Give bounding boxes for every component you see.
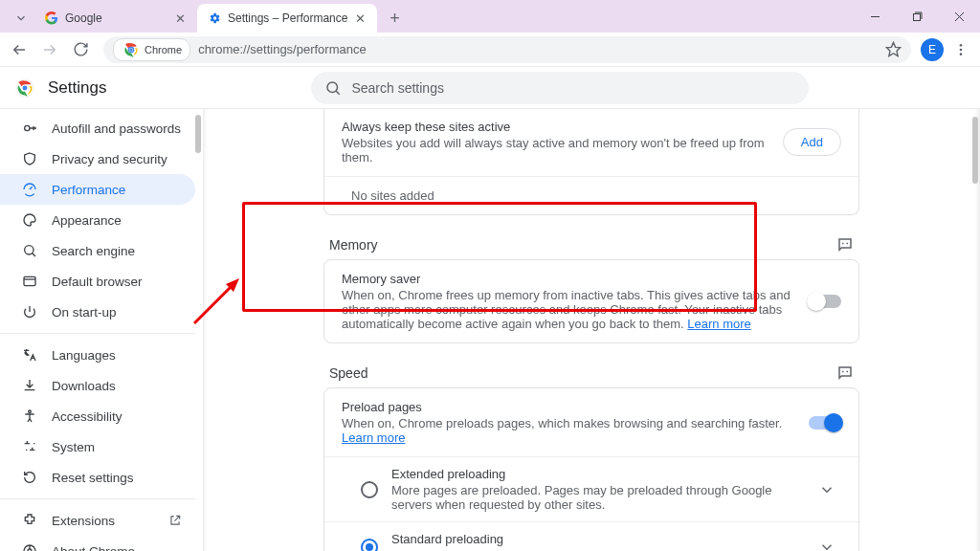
memory-section-head: Memory <box>323 229 859 259</box>
sidebar-item-appearance[interactable]: Appearance <box>0 205 195 235</box>
memory-saver-row: Memory saver When on, Chrome frees up me… <box>324 260 858 342</box>
settings-favicon <box>207 11 222 26</box>
tab-close-icon[interactable]: ✕ <box>353 11 368 26</box>
memory-heading: Memory <box>329 237 378 253</box>
chevron-down-icon[interactable] <box>813 535 841 551</box>
chrome-icon <box>21 543 38 551</box>
sidebar-item-about[interactable]: About Chrome <box>0 536 195 551</box>
extended-preloading-option[interactable]: Extended preloading More pages are prelo… <box>324 456 858 521</box>
extended-title: Extended preloading <box>391 467 799 481</box>
new-tab-button[interactable]: + <box>381 5 408 32</box>
window-close-button[interactable] <box>938 0 980 33</box>
sidebar-item-default-browser[interactable]: Default browser <box>0 266 195 297</box>
browser-tab-google[interactable]: Google ✕ <box>34 4 197 33</box>
memory-saver-desc: When on, Chrome frees up memory from ina… <box>342 288 797 331</box>
sidebar-item-languages[interactable]: Languages <box>0 340 195 370</box>
sidebar-item-search-engine[interactable]: Search engine <box>0 235 195 266</box>
memory-saver-card: Memory saver When on, Chrome frees up me… <box>323 259 859 343</box>
download-icon <box>21 378 38 393</box>
memory-saver-title: Memory saver <box>342 272 797 286</box>
search-icon <box>324 79 342 97</box>
sidebar-item-privacy[interactable]: Privacy and security <box>0 143 195 174</box>
settings-sidebar: Autofill and passwords Privacy and secur… <box>0 109 203 551</box>
settings-search[interactable]: Search settings <box>311 72 809 104</box>
standard-radio[interactable] <box>361 539 378 551</box>
tab-title: Settings – Performance <box>228 11 347 25</box>
settings-content: Always keep these sites active Websites … <box>203 109 980 551</box>
browser-icon <box>21 274 38 289</box>
window-minimize-button[interactable] <box>854 0 896 33</box>
svg-point-21 <box>25 246 33 254</box>
always-active-header: Always keep these sites active Websites … <box>324 109 858 176</box>
preload-title: Preload pages <box>342 400 797 414</box>
kebab-menu-icon[interactable] <box>947 36 974 63</box>
always-active-empty: No sites added <box>324 176 858 214</box>
site-chip-label: Chrome <box>145 44 182 55</box>
sidebar-item-reset[interactable]: Reset settings <box>0 462 195 493</box>
external-link-icon <box>168 514 182 527</box>
preload-card: Preload pages When on, Chrome preloads p… <box>323 387 859 551</box>
browser-toolbar: Chrome chrome://settings/performance E <box>0 33 980 67</box>
sidebar-divider <box>0 498 195 499</box>
autofill-icon <box>21 121 38 136</box>
svg-point-11 <box>960 44 963 47</box>
extended-desc: More pages are preloaded. Pages may be p… <box>391 483 799 512</box>
translate-icon <box>21 347 38 363</box>
always-active-desc: Websites you add will always stay active… <box>342 136 771 165</box>
tab-close-icon[interactable]: ✕ <box>173 11 188 26</box>
feedback-icon[interactable] <box>836 236 854 253</box>
content-shadow-left <box>203 109 210 551</box>
window-controls <box>854 0 980 33</box>
always-active-title: Always keep these sites active <box>342 120 771 134</box>
svg-point-16 <box>23 85 28 90</box>
sidebar-item-extensions[interactable]: Extensions <box>0 505 195 536</box>
svg-point-17 <box>327 82 338 93</box>
tab-title: Google <box>65 11 167 25</box>
url-text: chrome://settings/performance <box>198 42 367 56</box>
browser-tab-settings[interactable]: Settings – Performance ✕ <box>197 4 377 33</box>
profile-avatar[interactable]: E <box>921 38 944 61</box>
svg-point-25 <box>29 410 32 413</box>
search-placeholder: Search settings <box>351 80 444 96</box>
shield-icon <box>21 151 38 166</box>
svg-line-20 <box>30 187 33 189</box>
standard-preloading-option[interactable]: Standard preloading Some of the pages yo… <box>324 521 858 551</box>
tab-search-dropdown[interactable] <box>8 4 34 33</box>
window-maximize-button[interactable] <box>896 0 938 33</box>
svg-rect-1 <box>913 13 920 20</box>
speed-heading: Speed <box>329 365 368 381</box>
back-button[interactable] <box>6 36 33 63</box>
sidebar-item-downloads[interactable]: Downloads <box>0 370 195 401</box>
accessibility-icon <box>21 408 38 424</box>
settings-body: Autofill and passwords Privacy and secur… <box>0 109 980 551</box>
sidebar-item-system[interactable]: System <box>0 431 195 462</box>
site-chip: Chrome <box>113 38 190 61</box>
sidebar-scrollbar[interactable] <box>195 115 201 153</box>
preload-toggle[interactable] <box>809 416 841 430</box>
google-favicon <box>44 11 59 26</box>
svg-line-18 <box>336 91 340 95</box>
sidebar-item-accessibility[interactable]: Accessibility <box>0 401 195 431</box>
sidebar-divider <box>0 333 195 334</box>
svg-point-9 <box>129 48 132 51</box>
forward-button[interactable] <box>36 36 63 63</box>
add-button[interactable]: Add <box>783 128 841 156</box>
preload-desc: When on, Chrome preloads pages, which ma… <box>342 416 797 445</box>
address-bar[interactable]: Chrome chrome://settings/performance <box>103 36 911 63</box>
sidebar-item-startup[interactable]: On start-up <box>0 297 195 327</box>
speed-section-head: Speed <box>323 357 859 387</box>
chevron-down-icon[interactable] <box>813 477 841 502</box>
search-icon <box>21 243 38 258</box>
preload-learn-more-link[interactable]: Learn more <box>342 430 405 445</box>
extended-radio[interactable] <box>361 481 378 498</box>
settings-header: Settings Search settings <box>0 67 980 109</box>
system-icon <box>21 439 38 454</box>
sidebar-item-autofill[interactable]: Autofill and passwords <box>0 113 195 143</box>
sidebar-item-performance[interactable]: Performance <box>0 174 195 205</box>
bookmark-star-icon[interactable] <box>885 41 902 57</box>
reload-button[interactable] <box>67 36 94 63</box>
memory-learn-more-link[interactable]: Learn more <box>687 317 750 331</box>
memory-saver-toggle[interactable] <box>809 295 841 308</box>
content-scrollbar[interactable] <box>972 117 978 184</box>
feedback-icon[interactable] <box>836 364 854 382</box>
